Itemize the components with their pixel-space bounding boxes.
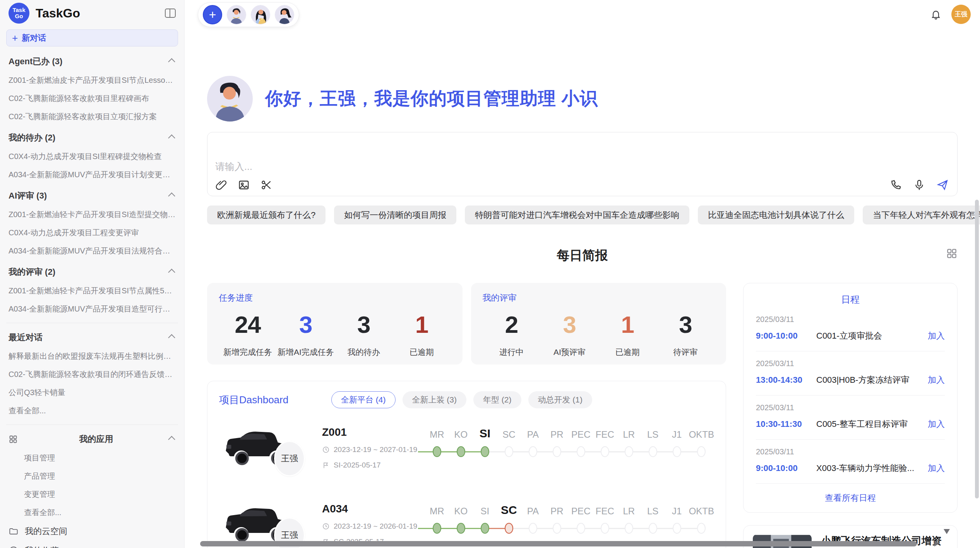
view-all-link[interactable]: 查看全部... [6, 402, 178, 420]
layout-grid-icon[interactable] [946, 248, 958, 259]
member-avatar[interactable] [251, 5, 270, 24]
sidebar-section-header[interactable]: 我的评审 (2) [6, 262, 178, 282]
sidebar-conversation-item[interactable]: 变更管理 [6, 485, 178, 503]
main-area: + 王强 你好，王强，我是你的项目管理助理 小识 [185, 0, 980, 548]
chevron-up-icon [168, 134, 175, 141]
milestone-dot [601, 523, 609, 534]
sidebar-item-favorites[interactable]: 我的收藏 [6, 541, 178, 548]
sidebar-conversation-item[interactable]: Z001-全新燃油皮卡产品开发项目SI节点Lesson Learn报告 [6, 71, 178, 89]
sidebar-item-cloud[interactable]: 我的云空间 [6, 522, 178, 541]
milestone-dot [673, 523, 681, 534]
project-row[interactable]: 王强 Z001 2023-12-19 ~ 2027-01-19 SI-2025-… [219, 423, 714, 485]
milestone-label: LS [647, 502, 658, 517]
schedule-event: 2025/03/11 9:00-10:00 C001-立项审批会 加入 [756, 307, 945, 351]
join-event-link[interactable]: 加入 [928, 418, 945, 430]
suggestion-chips: 欧洲新规最近颁布了什么?如何写一份清晰的项目周报特朗普可能对进口汽车增税会对中国… [207, 206, 958, 224]
sidebar-conversation-item[interactable]: A034-全新新能源MUV产品开发项目计划变更表编写 [6, 166, 178, 184]
event-name: X003-车辆动力学性能验... [816, 462, 922, 474]
milestone-dot [457, 446, 465, 457]
sidebar-conversation-item[interactable]: Z001-全新燃油轻卡产品开发项目SI造型提交物评审 [6, 206, 178, 224]
scissors-icon[interactable] [260, 179, 272, 191]
bell-icon[interactable] [930, 9, 941, 20]
sidebar-section-list: Z001-全新燃油轻卡产品开发项目SI节点属性5D文件评审A034-全新新能源M… [6, 282, 178, 318]
milestone-label: KO [454, 502, 468, 517]
schedule-event: 2025/03/11 13:00-14:30 C003|H0B-方案冻结评审 加… [756, 351, 945, 396]
grid-icon [9, 435, 18, 444]
sidebar-collapse-icon[interactable] [165, 9, 176, 18]
sidebar-section-header[interactable]: Agent已办 (3) [6, 52, 178, 71]
sidebar-section-header[interactable]: 我的待办 (2) [6, 128, 178, 147]
view-all-schedule-link[interactable]: 查看所有日程 [756, 484, 945, 504]
sidebar-conversation-item[interactable]: A034-全新新能源MUV产品开发项目法规符合性评审 [6, 242, 178, 260]
suggestion-chip[interactable]: 比亚迪全固态电池计划具体说了什么 [698, 206, 854, 224]
event-list: 2025/03/11 9:00-10:00 C001-立项审批会 加入 2025… [756, 307, 945, 484]
join-event-link[interactable]: 加入 [928, 462, 945, 474]
assistant-avatar [207, 76, 253, 122]
stat: 3我的待办 [335, 311, 393, 358]
view-all-link[interactable]: 查看全部... [6, 503, 178, 522]
sidebar-conversation-item[interactable]: C02-飞腾新能源轻客改款项目里程碑画布 [6, 89, 178, 108]
dashboard-tab[interactable]: 动总开发 (1) [528, 391, 593, 408]
sidebar-conversation-item[interactable]: C02-飞腾新能源轻客改款项目立项汇报方案 [6, 108, 178, 126]
sidebar-section-header[interactable]: 我的应用 [6, 430, 178, 449]
chat-input[interactable]: 请输入... [207, 132, 958, 196]
sidebar-conversation-item[interactable]: C0X4-动力总成开发项目SI里程碑提交物检查 [6, 147, 178, 166]
milestone-label: LR [623, 425, 635, 440]
milestone-dot [625, 446, 633, 457]
scroll-down-arrow[interactable] [944, 529, 950, 534]
sidebar-conversation-item[interactable]: 产品管理 [6, 467, 178, 485]
join-event-link[interactable]: 加入 [928, 374, 945, 386]
join-event-link[interactable]: 加入 [928, 330, 945, 342]
user-avatar[interactable]: 王强 [951, 5, 971, 24]
sidebar-conversation-item[interactable]: 项目管理 [6, 449, 178, 467]
sidebar-conversation-item[interactable]: 解释最新出台的欧盟报废车法规再生塑料比例被调至15%... [6, 347, 178, 365]
sidebar-section-header[interactable]: AI评审 (3) [6, 186, 178, 206]
paperclip-icon[interactable] [215, 179, 228, 191]
suggestion-chip[interactable]: 欧洲新规最近颁布了什么? [207, 206, 326, 224]
project-dashboard-title: 项目Dashboard [219, 393, 331, 407]
stat-label: 待评审 [656, 347, 714, 358]
sidebar-conversation-item[interactable]: A034-全新新能源MUV产品开发项目造型可行性评审 [6, 300, 178, 318]
event-name: C005-整车工程目标评审 [816, 418, 922, 430]
send-icon[interactable] [936, 179, 949, 191]
dashboard-tabs: 全新平台 (4)全新上装 (3)年型 (2)动总开发 (1) [331, 391, 592, 408]
suggestion-chip[interactable]: 特朗普可能对进口汽车增税会对中国车企造成哪些影响 [465, 206, 689, 224]
image-icon[interactable] [238, 179, 250, 191]
milestone-label: J1 [672, 425, 682, 440]
sidebar-recent: 最近对话 解释最新出台的欧盟报废车法规再生塑料比例被调至15%...C02-飞腾… [6, 328, 178, 420]
sidebar-section-list: C0X4-动力总成开发项目SI里程碑提交物检查A034-全新新能源MUV产品开发… [6, 147, 178, 184]
sidebar-section-title: 我的应用 [79, 433, 113, 445]
dashboard-tab[interactable]: 全新平台 (4) [331, 391, 396, 408]
sidebar-section-title: 我的评审 (2) [9, 266, 55, 278]
milestone: OKTB [689, 502, 714, 534]
stat: 1已逾期 [393, 311, 451, 358]
chevron-up-icon [168, 192, 175, 199]
milestone-label: LS [647, 425, 658, 440]
milestone-label: SI [480, 425, 490, 440]
suggestion-chip[interactable]: 如何写一份清晰的项目周报 [334, 206, 456, 224]
chevron-up-icon [168, 436, 175, 443]
mic-icon[interactable] [913, 179, 925, 191]
dashboard-tab[interactable]: 全新上装 (3) [403, 391, 467, 408]
suggestion-chip[interactable]: 当下年轻人对汽车外观有怎样的喜好趋势 [863, 206, 980, 224]
vertical-scrollbar[interactable] [975, 200, 979, 498]
sidebar-section-header[interactable]: 最近对话 [6, 328, 178, 347]
scroll-right-arrow[interactable] [934, 540, 940, 546]
stat-value: 2 [483, 311, 541, 338]
dashboard-tab[interactable]: 年型 (2) [473, 391, 521, 408]
new-chat-button[interactable]: + 新对话 [6, 29, 178, 46]
milestone-dot [697, 523, 706, 534]
member-avatar[interactable] [275, 5, 294, 24]
milestone-label: SC [501, 502, 517, 517]
add-conversation-button[interactable]: + [203, 5, 222, 24]
stat-label: AI预评审 [540, 347, 598, 358]
phone-icon[interactable] [890, 179, 902, 191]
sidebar-conversation-item[interactable]: Z001-全新燃油轻卡产品开发项目SI节点属性5D文件评审 [6, 282, 178, 300]
sidebar-conversation-item[interactable]: 公司Q3轻卡销量 [6, 384, 178, 402]
milestone-dot [481, 523, 489, 534]
sidebar-conversation-item[interactable]: C0X4-动力总成开发项目工程变更评审 [6, 224, 178, 242]
member-avatar[interactable] [227, 5, 246, 24]
horizontal-scrollbar[interactable] [200, 541, 917, 546]
sidebar-conversation-item[interactable]: C02-飞腾新能源轻客改款项目的闭环通告反馈情况 [6, 365, 178, 384]
chat-input-placeholder: 请输入... [215, 160, 252, 173]
